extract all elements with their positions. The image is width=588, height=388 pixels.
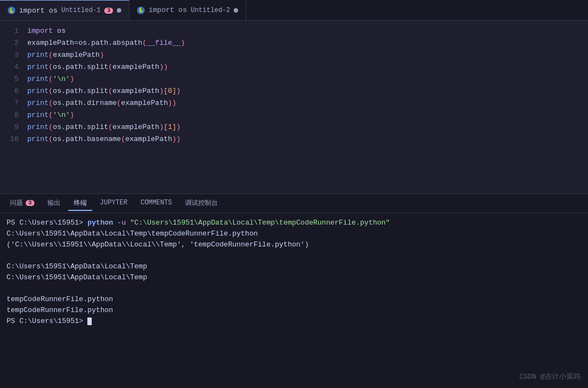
code-lines: import os examplePath=os.path.abspath(__… [27, 25, 588, 189]
code-line-5: print('\n') [27, 73, 588, 85]
terminal-line-2: C:\Users\15951\AppData\Local\Temp\tempCo… [7, 228, 581, 239]
editor-area: 1 2 3 4 5 6 7 8 9 10 import os examplePa… [0, 21, 588, 193]
line-numbers: 1 2 3 4 5 6 7 8 9 10 [0, 25, 27, 189]
code-line-7: print(os.path.dirname(examplePath)) [27, 97, 588, 109]
tab-debug-label: 调试控制台 [185, 198, 218, 208]
code-line-4: print(os.path.split(examplePath)) [27, 61, 588, 73]
prompt-2: PS C:\Users\15951> [7, 317, 87, 325]
tab-comments[interactable]: COMMENTS [135, 197, 177, 210]
python-icon-2: 🐍 [137, 7, 145, 14]
terminal-line-3: ('C:\\Users\\15951\\AppData\\Local\\Temp… [7, 239, 581, 250]
terminal-line-blank1 [7, 250, 581, 261]
terminal-line-4: C:\Users\15951\AppData\Local\Temp [7, 261, 581, 272]
prompt-1: PS C:\Users\15951> [7, 219, 87, 227]
tab-problems[interactable]: 问题 3 [4, 196, 40, 211]
tab-dot-1 [117, 8, 121, 13]
code-line-10: print(os.path.basename(examplePath)) [27, 133, 588, 145]
tab-bar: 🐍 import os Untitled-1 3 🐍 import os Unt… [0, 0, 588, 21]
tab-debug[interactable]: 调试控制台 [180, 196, 223, 211]
tab-output[interactable]: 输出 [42, 196, 66, 211]
python-icon-1: 🐍 [8, 7, 15, 14]
tab-jupyter-label: JUPYTER [100, 199, 127, 207]
tab-terminal-label: 终端 [74, 198, 87, 208]
tab-filename-2: Untitled-2 [191, 7, 230, 14]
terminal-line-7: tempCodeRunnerFile.python [7, 305, 581, 316]
code-container[interactable]: 1 2 3 4 5 6 7 8 9 10 import os examplePa… [0, 21, 588, 193]
code-line-8: print('\n') [27, 109, 588, 121]
problems-badge: 3 [26, 200, 34, 206]
python-cmd: python [87, 219, 113, 227]
terminal-area: PS C:\Users\15951> python -u "C:\Users\1… [0, 213, 588, 388]
terminal-line-blank2 [7, 283, 581, 294]
watermark: CSDN @吉计小菜鸡 [519, 372, 580, 381]
cursor [87, 318, 92, 325]
terminal-line-1: PS C:\Users\15951> python -u "C:\Users\1… [7, 217, 581, 228]
code-line-6: print(os.path.split(examplePath)[0]) [27, 85, 588, 97]
code-line-3: print(examplePath) [27, 49, 588, 61]
tab-untitled-1[interactable]: 🐍 import os Untitled-1 3 [0, 0, 129, 20]
terminal-line-5: C:\Users\15951\AppData\Local\Temp [7, 272, 581, 283]
panel-tabs: 问题 3 输出 终端 JUPYTER COMMENTS 调试控制台 [0, 193, 588, 213]
code-line-2: examplePath=os.path.abspath(__file__) [27, 37, 588, 49]
terminal-content[interactable]: PS C:\Users\15951> python -u "C:\Users\1… [0, 213, 588, 388]
tab-badge-1: 3 [104, 8, 113, 14]
tab-jupyter[interactable]: JUPYTER [94, 197, 133, 210]
tab-label-1: import os [19, 7, 57, 15]
code-line-9: print(os.path.split(examplePath)[1]) [27, 121, 588, 133]
terminal-line-8: PS C:\Users\15951> [7, 316, 581, 327]
cmd-path: "C:\Users\15951\AppData\Local\Temp\tempC… [130, 219, 390, 227]
tab-comments-label: COMMENTS [140, 199, 172, 207]
tab-output-label: 输出 [47, 198, 61, 208]
tab-filename-1: Untitled-1 [61, 7, 100, 14]
tab-untitled-2[interactable]: 🐍 import os Untitled-2 [129, 0, 246, 20]
tab-terminal[interactable]: 终端 [68, 196, 92, 211]
tab-dot-2 [234, 8, 238, 13]
terminal-line-6: tempCodeRunnerFile.python [7, 294, 581, 305]
flag-u: -u [117, 219, 126, 227]
tab-problems-label: 问题 [10, 198, 23, 208]
code-line-1: import os [27, 25, 588, 37]
tab-label-2: import os [149, 6, 187, 14]
